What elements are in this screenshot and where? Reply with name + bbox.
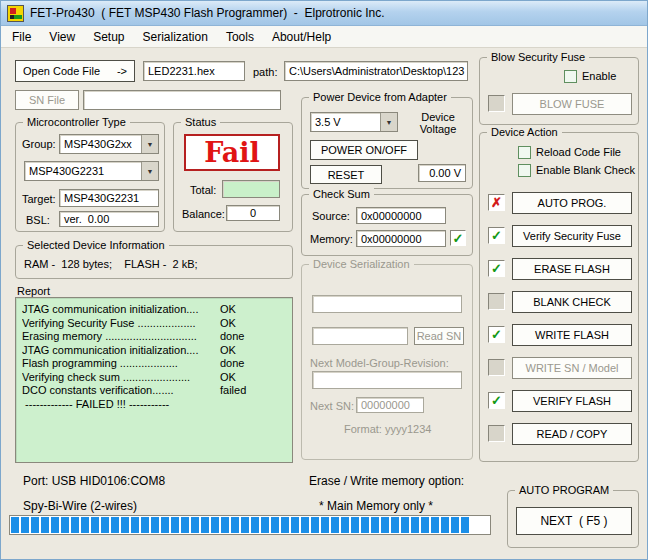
status-result: Fail [204, 137, 260, 168]
device-info-title: Selected Device Information [23, 239, 169, 251]
report-line: JTAG communication initialization....OK [22, 303, 286, 317]
checksum-title: Check Sum [309, 188, 374, 200]
device-info-group: Selected Device Information RAM - 128 by… [15, 245, 293, 279]
erase-flash-indicator: ✓ [488, 260, 505, 277]
target-label: Target: [22, 193, 56, 205]
write-flash-indicator: ✓ [488, 326, 505, 343]
menu-tools[interactable]: Tools [217, 27, 263, 47]
report-line: Flash programming ...................don… [22, 357, 286, 371]
verify-flash-button[interactable]: VERIFY FLASH [512, 390, 632, 412]
path-label: path: [253, 66, 277, 78]
device-action-group: Device Action Reload Code File Enable Bl… [479, 132, 639, 462]
menu-view[interactable]: View [40, 27, 84, 47]
memory-checksum-field: 0x00000000 [356, 230, 446, 247]
title-bar[interactable]: FET-Pro430 ( FET MSP430 Flash Programmer… [1, 1, 647, 26]
serial-field-3[interactable] [312, 371, 462, 389]
reset-button[interactable]: RESET [310, 165, 382, 184]
memory-label: Memory: [310, 233, 353, 245]
next-model-label: Next Model-Group-Revision: [310, 357, 449, 369]
app-icon [7, 5, 24, 22]
blank-check-button[interactable]: BLANK CHECK [512, 291, 632, 313]
device-dropdown[interactable]: MSP430G2231 ▼ [24, 161, 159, 181]
erase-option-label: Erase / Write memory option: [309, 474, 464, 488]
app-window: FET-Pro430 ( FET MSP430 Flash Programmer… [0, 0, 648, 560]
total-label: Total: [190, 184, 216, 196]
report-log[interactable]: JTAG communication initialization....OK … [15, 297, 293, 463]
microcontroller-type-title: Microcontroller Type [23, 116, 130, 128]
status-group: Status Fail Total: Balance: 0 [173, 122, 293, 232]
serial-field-1[interactable] [312, 295, 462, 313]
erase-option-value: * Main Memory only * [319, 499, 433, 513]
next-sn-field[interactable]: 00000000 [356, 397, 424, 413]
menu-setup[interactable]: Setup [84, 27, 133, 47]
family-dropdown[interactable]: MSP430G2xx ▼ [59, 134, 159, 154]
menu-serialization[interactable]: Serialization [134, 27, 217, 47]
microcontroller-type-group: Microcontroller Type Group: MSP430G2xx ▼… [15, 122, 165, 232]
verify-security-fuse-button[interactable]: Verify Security Fuse [512, 225, 632, 247]
bsl-field: ver. 0.00 [59, 211, 159, 227]
blow-fuse-title: Blow Security Fuse [487, 51, 589, 63]
power-on-off-button[interactable]: POWER ON/OFF [310, 140, 418, 160]
read-copy-indicator [488, 425, 505, 442]
chevron-down-icon[interactable]: ▼ [141, 162, 158, 180]
auto-prog-button[interactable]: AUTO PROG. [512, 192, 632, 214]
blow-fuse-indicator [488, 95, 505, 112]
chevron-down-icon[interactable]: ▼ [380, 113, 397, 131]
enable-blank-check-checkbox[interactable] [518, 164, 531, 177]
balance-field: 0 [226, 205, 280, 221]
report-line: Verifying check sum ....................… [22, 371, 286, 385]
balance-label: Balance: [182, 208, 225, 220]
report-line: ------------- FAILED !!! ----------- [22, 398, 286, 412]
write-flash-button[interactable]: WRITE FLASH [512, 324, 632, 346]
blow-fuse-enable-checkbox[interactable] [564, 70, 577, 83]
erase-flash-button[interactable]: ERASE FLASH [512, 258, 632, 280]
sn-file-field[interactable] [83, 90, 281, 110]
adapter-voltage-dropdown[interactable]: 3.5 V ▼ [310, 112, 398, 132]
auto-prog-indicator: ✗ [488, 194, 505, 211]
next-sn-label: Next SN: [310, 400, 354, 412]
menu-bar: File View Setup Serialization Tools Abou… [1, 26, 647, 48]
read-copy-button[interactable]: READ / COPY [512, 423, 632, 445]
menu-file[interactable]: File [3, 27, 40, 47]
device-info-text: RAM - 128 bytes; FLASH - 2 kB; [24, 258, 198, 270]
progress-fill [11, 517, 470, 533]
voltage-reading-field: 0.00 V [418, 164, 466, 182]
path-field[interactable]: C:\Users\Administrator\Desktop\123 [284, 61, 468, 81]
progress-bar [9, 515, 491, 535]
arrow-right-icon: -> [117, 65, 127, 77]
serialization-title: Device Serialization [309, 258, 414, 270]
format-label: Format: yyyy1234 [344, 423, 431, 435]
power-title: Power Device from Adapter [309, 91, 451, 103]
window-title: FET-Pro430 ( FET MSP430 Flash Programmer… [30, 6, 385, 20]
verify-fuse-indicator: ✓ [488, 227, 505, 244]
device-voltage-label: Device Voltage [414, 111, 462, 135]
reload-code-checkbox[interactable] [518, 146, 531, 159]
menu-about-help[interactable]: About/Help [263, 27, 340, 47]
chevron-down-icon[interactable]: ▼ [141, 135, 158, 153]
checksum-group: Check Sum Source: 0x00000000 Memory: 0x0… [301, 194, 473, 256]
reload-code-label: Reload Code File [536, 146, 621, 158]
port-status: Port: USB HID0106:COM8 [23, 474, 165, 488]
write-sn-indicator [488, 359, 505, 376]
write-sn-model-button[interactable]: WRITE SN / Model [512, 357, 632, 379]
source-label: Source: [312, 210, 350, 222]
blow-fuse-button[interactable]: BLOW FUSE [512, 93, 632, 115]
power-group: Power Device from Adapter 3.5 V ▼ Device… [301, 97, 473, 189]
wire-mode: Spy-Bi-Wire (2-wires) [23, 499, 137, 513]
report-title: Report [17, 285, 50, 297]
open-code-file-button[interactable]: Open Code File -> [15, 60, 135, 82]
sn-file-button[interactable]: SN File [15, 90, 79, 110]
group-label: Group: [22, 138, 56, 150]
auto-program-group: AUTO PROGRAM NEXT ( F5 ) [507, 490, 639, 548]
next-f5-button[interactable]: NEXT ( F5 ) [516, 507, 632, 535]
read-sn-button[interactable]: Read SN [414, 327, 464, 345]
code-file-field[interactable]: LED2231.hex [143, 61, 245, 81]
blank-check-indicator [488, 293, 505, 310]
source-checksum-field: 0x00000000 [356, 207, 446, 224]
device-action-title: Device Action [487, 126, 562, 138]
serial-field-2[interactable] [312, 327, 408, 345]
blow-fuse-group: Blow Security Fuse Enable BLOW FUSE [479, 57, 639, 125]
status-title: Status [181, 116, 220, 128]
report-line: DCO constants verification.......failed [22, 384, 286, 398]
status-result-box: Fail [184, 134, 280, 171]
